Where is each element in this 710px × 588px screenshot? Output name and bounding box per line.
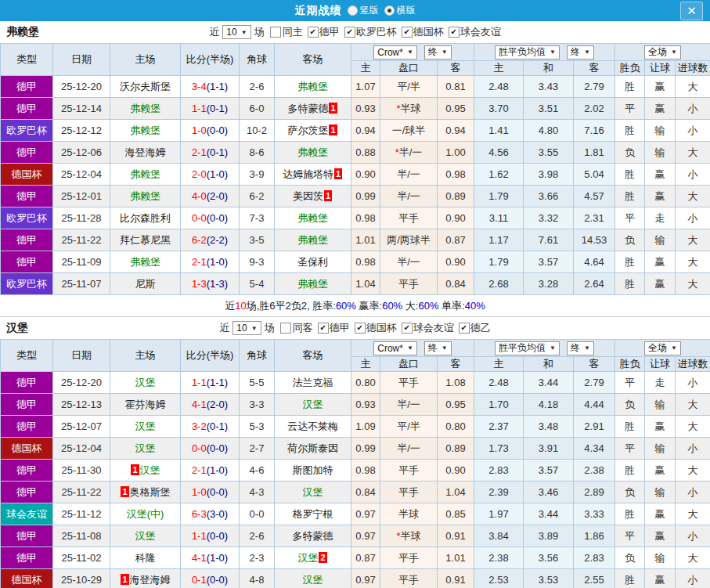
checkbox-unchecked-icon[interactable]	[270, 27, 281, 38]
fulltime-score: 4-1	[192, 552, 207, 564]
league-filter-球会友谊[interactable]: ✔球会友谊	[402, 321, 454, 335]
date-cell: 25-11-02	[53, 547, 110, 569]
halftime-score: (0-0)	[207, 442, 228, 454]
avg-odds-select[interactable]: 胜平负均值▼	[495, 45, 560, 60]
match-count-select[interactable]: 10▼	[222, 25, 250, 39]
league-filter-德甲[interactable]: ✔德甲	[308, 25, 340, 39]
col-away-odds: 客	[438, 357, 474, 372]
league-filter-label: 欧罗巴杯	[356, 25, 397, 39]
league-cell: 德甲	[1, 525, 53, 547]
avg-away-cell: 14.53	[574, 229, 615, 251]
corners-cell: 2-7	[240, 438, 275, 460]
scope-group-header: 全场▼	[615, 340, 710, 357]
close-icon[interactable]: ✕	[680, 2, 703, 20]
result-wdl-cell: 负	[615, 547, 645, 569]
scope-select[interactable]: 全场▼	[644, 341, 681, 355]
match-row: 德甲25-11-22拜仁慕尼黑6-2(2-2)3-5弗赖堡1.01两/两球半0.…	[1, 229, 710, 251]
radio-selected-icon[interactable]	[384, 5, 395, 16]
away-odds-cell: 1.00	[438, 142, 474, 164]
score-cell: 0-0(0-0)	[181, 207, 240, 229]
home-odds-cell: 0.88	[351, 142, 380, 164]
avg-final-select[interactable]: 终▼	[567, 341, 594, 355]
handicap-star-icon: *	[396, 103, 400, 114]
avg-away-cell: 2.64	[574, 273, 615, 295]
away-team-cell: 达姆施塔特1	[275, 164, 351, 186]
league-cell: 德甲	[1, 482, 53, 503]
league-cell: 德甲	[1, 142, 53, 164]
checkbox-checked-icon[interactable]: ✔	[402, 323, 413, 334]
halftime-score: (0-1)	[207, 146, 228, 158]
checkbox-checked-icon[interactable]: ✔	[344, 27, 355, 38]
avg-home-cell: 2.53	[474, 569, 524, 588]
team-name: 汉堡	[303, 399, 323, 410]
away-odds-cell: 0.90	[438, 251, 474, 273]
col-score: 比分(半场)	[181, 44, 240, 76]
avg-home-cell: 1.79	[474, 186, 524, 207]
odds-final-select[interactable]: 终▼	[424, 341, 452, 355]
home-team-cell: 拜仁慕尼黑	[110, 229, 181, 251]
match-row: 德甲25-11-08汉堡1-1(0-0)2-6多特蒙德0.97*半球0.913.…	[1, 525, 710, 547]
handicap-cell: 一/球半	[380, 120, 438, 142]
col-result-goals: 进球数	[676, 61, 710, 76]
home-team-cell: 1奥格斯堡	[110, 482, 181, 503]
avg-away-cell: 1.81	[574, 142, 615, 164]
red-card-badge: 2	[319, 552, 326, 563]
avg-draw-cell: 3.91	[524, 438, 574, 460]
team-name: 奥格斯堡	[130, 486, 171, 498]
league-filter-球会友谊[interactable]: ✔球会友谊	[449, 25, 501, 39]
league-filter-欧罗巴杯[interactable]: ✔欧罗巴杯	[344, 25, 397, 39]
handicap-cell: 两/两球半	[380, 229, 438, 251]
checkbox-checked-icon[interactable]: ✔	[318, 323, 329, 334]
result-goals-cell: 小	[676, 207, 710, 229]
same-venue-filter[interactable]: 同客	[280, 321, 313, 335]
radio-unselected-icon[interactable]	[348, 5, 358, 16]
summary-part: 胜率:	[312, 300, 336, 312]
home-odds-cell: 0.97	[351, 525, 380, 547]
result-handicap-cell: 输	[645, 142, 676, 164]
same-venue-filter[interactable]: 同主	[270, 25, 303, 39]
avg-final-select[interactable]: 终▼	[567, 45, 594, 60]
away-odds-cell: 0.90	[438, 460, 474, 482]
team-name: 弗赖堡	[130, 256, 160, 268]
checkbox-checked-icon[interactable]: ✔	[402, 27, 413, 38]
result-wdl-cell: 负	[615, 229, 645, 251]
away-odds-cell: 0.81	[438, 76, 474, 98]
checkbox-checked-icon[interactable]: ✔	[308, 27, 319, 38]
match-count-select[interactable]: 10▼	[232, 321, 261, 335]
league-filter-德国杯[interactable]: ✔德国杯	[355, 321, 397, 335]
league-filter-德甲[interactable]: ✔德甲	[318, 321, 350, 335]
away-team-cell: 弗赖堡	[275, 207, 351, 229]
league-filter-label: 德甲	[330, 321, 350, 335]
avg-group-header: 胜平负均值▼ 终▼	[474, 340, 615, 357]
away-odds-cell: 0.85	[438, 503, 474, 525]
result-goals-cell: 小	[676, 482, 710, 503]
checkbox-unchecked-icon[interactable]	[280, 323, 291, 334]
odds-source-select[interactable]: Crow*▼	[373, 341, 417, 355]
odds-final-select[interactable]: 终▼	[424, 45, 452, 60]
score-cell: 3-2(0-1)	[181, 416, 240, 438]
handicap-cell: 平/半	[380, 76, 438, 98]
odds-source-select[interactable]: Crow*▼	[373, 45, 417, 60]
result-goals-cell: 小	[676, 372, 710, 394]
halftime-score: (1-0)	[207, 168, 228, 180]
league-filter-德乙[interactable]: ✔德乙	[459, 321, 491, 335]
date-cell: 25-11-12	[53, 503, 110, 525]
scope-select[interactable]: 全场▼	[644, 45, 681, 60]
league-cell: 德国杯	[1, 438, 53, 460]
layout-horizontal-option[interactable]: 横版	[384, 4, 416, 17]
layout-vertical-option[interactable]: 竖版	[348, 4, 379, 17]
match-row: 德甲25-12-20汉堡1-1(1-1)5-5法兰克福0.80平手1.082.4…	[1, 372, 710, 394]
avg-away-cell: 7.16	[574, 120, 615, 142]
home-odds-cell: 1.04	[351, 273, 380, 295]
home-team-cell: 弗赖堡	[110, 186, 181, 207]
avg-odds-select[interactable]: 胜平负均值▼	[495, 341, 560, 355]
result-handicap-cell: 赢	[645, 460, 676, 482]
checkbox-checked-icon[interactable]: ✔	[459, 323, 470, 334]
team-name: 汉堡(中)	[127, 508, 164, 520]
league-filter-德国杯[interactable]: ✔德国杯	[402, 25, 444, 39]
team-name: 科隆	[135, 552, 156, 564]
checkbox-checked-icon[interactable]: ✔	[449, 27, 460, 38]
avg-home-cell: 1.41	[474, 120, 524, 142]
checkbox-checked-icon[interactable]: ✔	[355, 323, 366, 334]
avg-home-cell: 2.38	[474, 547, 524, 569]
